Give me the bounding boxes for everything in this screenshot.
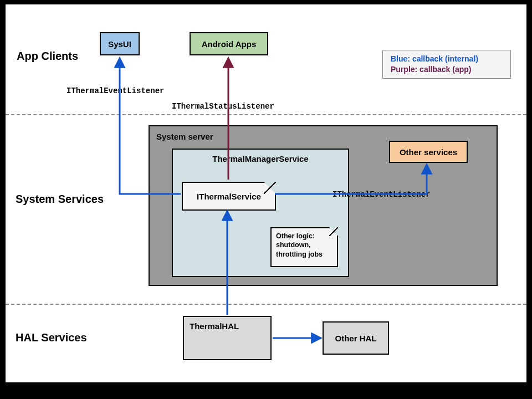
box-sysui: SysUI: [100, 32, 140, 55]
box-system-server-label: System server: [156, 132, 213, 141]
box-tms-label: ThermalManagerService: [173, 154, 348, 163]
box-other-hal-label: Other HAL: [335, 334, 377, 343]
divider-1: [6, 114, 526, 115]
label-ithermal-event-listener-right: IThermalEventListener: [332, 190, 430, 199]
section-label-hal-services: HAL Services: [16, 331, 87, 344]
box-other-logic-label: Other logic: shutdown, throttling jobs: [276, 232, 323, 258]
box-other-services-label: Other services: [400, 147, 457, 157]
divider-2: [6, 304, 526, 305]
box-sysui-label: SysUI: [108, 39, 131, 49]
box-other-hal: Other HAL: [323, 321, 389, 355]
label-ithermal-status-listener: IThermalStatusListener: [172, 102, 274, 111]
architecture-diagram: App Clients System Services HAL Services…: [6, 4, 526, 382]
legend-blue: Blue: callback (internal): [391, 54, 503, 64]
box-other-services: Other services: [389, 141, 468, 163]
box-android-apps: Android Apps: [190, 32, 268, 55]
box-other-logic: Other logic: shutdown, throttling jobs: [270, 227, 338, 267]
box-thermal-hal: ThermalHAL: [183, 316, 272, 360]
section-label-app-clients: App Clients: [17, 50, 78, 63]
label-ithermal-event-listener-left: IThermalEventListener: [66, 86, 164, 95]
section-label-system-services: System Services: [16, 193, 104, 206]
legend-purple: Purple: callback (app): [391, 64, 503, 75]
box-android-apps-label: Android Apps: [202, 39, 257, 49]
box-thermal-hal-label: ThermalHAL: [190, 321, 239, 331]
box-system-server: System server ThermalManagerService IThe…: [149, 125, 498, 286]
box-ithermal-service-label: IThermalService: [197, 192, 261, 201]
box-thermal-manager-service: ThermalManagerService IThermalService Ot…: [172, 149, 349, 277]
box-ithermal-service: IThermalService: [182, 182, 276, 211]
legend-box: Blue: callback (internal) Purple: callba…: [382, 50, 511, 79]
